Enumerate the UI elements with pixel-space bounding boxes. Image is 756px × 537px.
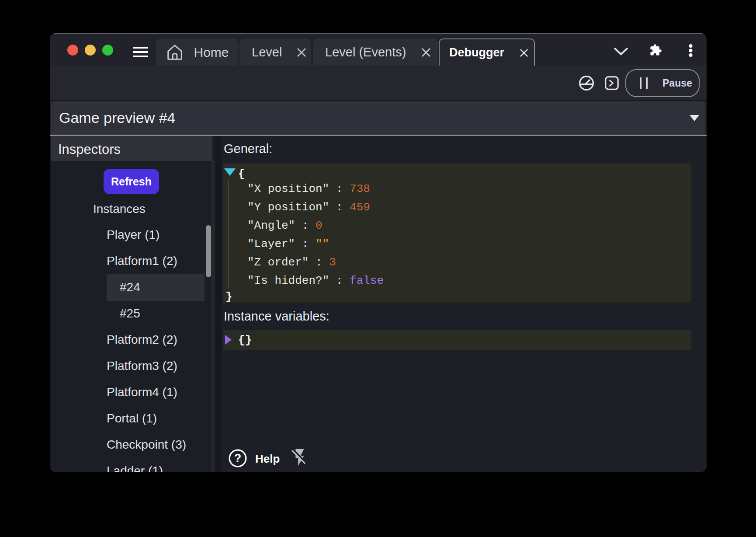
svg-text:?: ? (234, 452, 242, 465)
